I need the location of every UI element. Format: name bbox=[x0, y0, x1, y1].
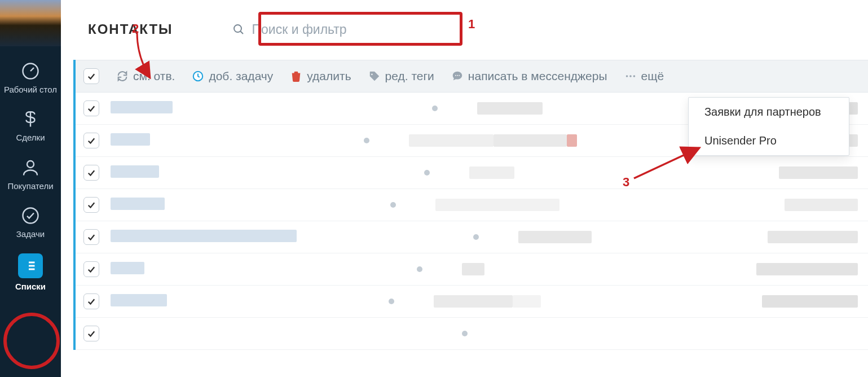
contact-info bbox=[435, 199, 559, 211]
sidebar-item-label: Задачи bbox=[16, 229, 45, 239]
write-messengers-button[interactable]: написать в мессенджеры bbox=[451, 69, 607, 83]
svg-point-14 bbox=[457, 75, 458, 76]
contact-extra bbox=[756, 263, 858, 275]
row-checkbox[interactable] bbox=[83, 261, 99, 277]
redacted-text bbox=[111, 165, 159, 178]
search-input[interactable] bbox=[223, 15, 421, 44]
contact-extra bbox=[768, 231, 858, 243]
row-checkbox[interactable] bbox=[83, 100, 99, 116]
contact-name[interactable] bbox=[111, 198, 165, 212]
redacted-text bbox=[111, 133, 150, 146]
trash-icon bbox=[290, 70, 302, 82]
sidebar-item-label: Списки bbox=[15, 282, 46, 291]
tool-label: ред. теги bbox=[385, 69, 434, 83]
dollar-icon bbox=[20, 109, 41, 129]
search-field[interactable] bbox=[223, 15, 421, 44]
refresh-icon bbox=[116, 70, 129, 82]
redacted-text bbox=[434, 295, 513, 308]
row-checkbox[interactable] bbox=[83, 165, 99, 181]
table-row[interactable] bbox=[76, 157, 868, 189]
check-circle-icon bbox=[20, 205, 41, 226]
sidebar-item-tasks[interactable]: Задачи bbox=[4, 205, 57, 239]
table-row[interactable] bbox=[76, 253, 868, 286]
row-checkbox[interactable] bbox=[83, 229, 99, 245]
edit-tags-button[interactable]: ред. теги bbox=[368, 69, 434, 83]
contact-name[interactable] bbox=[111, 262, 144, 277]
avatar[interactable] bbox=[0, 0, 61, 46]
status-dot bbox=[364, 138, 369, 143]
clock-icon bbox=[192, 70, 204, 82]
contact-info bbox=[462, 263, 484, 275]
redacted-text bbox=[494, 134, 567, 147]
more-dropdown-item[interactable]: Заявки для партнеров bbox=[689, 98, 849, 126]
chat-icon bbox=[451, 70, 464, 82]
delete-button[interactable]: удалить bbox=[290, 69, 351, 83]
svg-point-18 bbox=[633, 75, 635, 77]
redacted-text bbox=[785, 199, 858, 211]
redacted-text bbox=[762, 295, 858, 308]
more-icon bbox=[624, 70, 637, 82]
list-icon bbox=[18, 253, 43, 278]
redacted-text bbox=[111, 230, 297, 242]
contact-name[interactable] bbox=[111, 230, 297, 244]
contact-info bbox=[469, 166, 514, 179]
sidebar-item-buyers[interactable]: Покупатели bbox=[4, 157, 57, 191]
sidebar-item-deals[interactable]: Сделки bbox=[4, 109, 57, 142]
svg-point-16 bbox=[625, 75, 628, 77]
redacted-text bbox=[567, 134, 577, 147]
main: КОНТАКТЫ см. отв. доб. зада bbox=[61, 0, 868, 377]
redacted-text bbox=[768, 231, 858, 243]
header: КОНТАКТЫ bbox=[61, 0, 868, 60]
contact-name[interactable] bbox=[111, 165, 159, 180]
redacted-text bbox=[756, 263, 858, 275]
contact-extra bbox=[762, 295, 858, 308]
tag-icon bbox=[368, 70, 381, 82]
table-row[interactable] bbox=[76, 189, 868, 221]
tool-label: удалить bbox=[307, 69, 351, 83]
contact-name[interactable] bbox=[111, 294, 167, 309]
add-task-button[interactable]: доб. задачу bbox=[192, 69, 273, 83]
sidebar-item-lists[interactable]: Списки bbox=[4, 253, 57, 291]
change-owner-button[interactable]: см. отв. bbox=[116, 69, 175, 83]
sidebar: Рабочий стол Сделки Покупатели Задачи bbox=[0, 0, 61, 377]
contact-extra bbox=[785, 199, 858, 211]
table-row[interactable] bbox=[76, 318, 868, 350]
status-dot bbox=[389, 299, 394, 304]
bulk-toolbar: см. отв. доб. задачу удалить ред. теги н… bbox=[76, 60, 868, 93]
contact-info bbox=[434, 295, 541, 308]
sidebar-item-label: Покупатели bbox=[7, 181, 53, 191]
svg-line-11 bbox=[240, 31, 243, 34]
row-checkbox[interactable] bbox=[83, 326, 99, 341]
person-icon bbox=[20, 157, 41, 178]
row-checkbox[interactable] bbox=[83, 197, 99, 213]
tool-label: см. отв. bbox=[133, 69, 175, 83]
gauge-icon bbox=[20, 61, 41, 81]
status-dot bbox=[424, 170, 430, 176]
select-all-checkbox[interactable] bbox=[83, 68, 99, 84]
redacted-text bbox=[111, 198, 165, 210]
more-button[interactable]: ещё bbox=[624, 69, 664, 83]
redacted-text bbox=[111, 262, 144, 274]
contact-extra bbox=[779, 166, 858, 179]
table-row[interactable] bbox=[76, 221, 868, 253]
redacted-text bbox=[435, 199, 559, 211]
redacted-text bbox=[469, 166, 514, 179]
svg-point-15 bbox=[459, 75, 460, 76]
svg-point-1 bbox=[27, 161, 34, 168]
contact-name[interactable] bbox=[111, 101, 173, 116]
row-checkbox[interactable] bbox=[83, 293, 99, 309]
row-checkbox[interactable] bbox=[83, 133, 99, 148]
contact-name[interactable] bbox=[111, 133, 150, 148]
redacted-text bbox=[409, 134, 494, 147]
sidebar-item-dashboard[interactable]: Рабочий стол bbox=[4, 61, 57, 94]
table-row[interactable] bbox=[76, 286, 868, 318]
status-dot bbox=[473, 234, 479, 240]
sidebar-item-label: Рабочий стол bbox=[4, 85, 57, 94]
tool-label: ещё bbox=[641, 69, 664, 83]
page-title: КОНТАКТЫ bbox=[88, 21, 173, 37]
status-dot bbox=[417, 266, 422, 272]
more-dropdown-item[interactable]: Unisender Pro bbox=[689, 126, 849, 155]
search-icon bbox=[232, 23, 245, 36]
tool-label: написать в мессенджеры bbox=[468, 69, 607, 83]
svg-point-17 bbox=[629, 75, 632, 77]
